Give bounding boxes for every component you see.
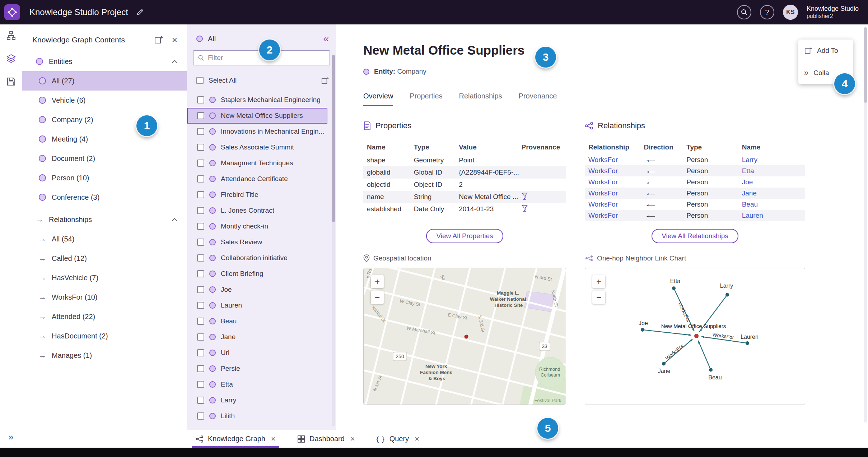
- item-checkbox[interactable]: [197, 397, 204, 404]
- tab-knowledge-graph[interactable]: Knowledge Graph ×: [196, 430, 276, 448]
- list-item[interactable]: Staplers Mechanical Engineering: [187, 92, 327, 108]
- scrollbar-thumb[interactable]: [864, 27, 867, 103]
- entity-filter-document[interactable]: Document (2): [22, 149, 187, 168]
- list-item[interactable]: Client Briefing: [187, 266, 327, 282]
- relationship-row[interactable]: WorksFor←PersonLauren: [585, 210, 805, 221]
- item-checkbox[interactable]: [197, 239, 204, 246]
- chart-zoom-in-button[interactable]: +: [592, 275, 605, 288]
- item-checkbox[interactable]: [197, 302, 204, 309]
- item-checkbox[interactable]: [197, 333, 204, 341]
- list-scrollbar[interactable]: [332, 55, 335, 426]
- save-button[interactable]: [5, 75, 17, 88]
- list-item[interactable]: Firebird Title: [187, 187, 327, 203]
- list-item[interactable]: Persie: [187, 361, 327, 377]
- list-item[interactable]: Sales Associate Summit: [187, 139, 327, 155]
- item-checkbox[interactable]: [197, 96, 204, 103]
- relationship-filter-manages[interactable]: →Manages (1): [22, 346, 187, 365]
- close-panel-button[interactable]: ×: [172, 35, 177, 45]
- relationship-row[interactable]: WorksFor←PersonEtta: [585, 165, 805, 176]
- property-row[interactable]: shapeGeometryPoint: [363, 154, 566, 166]
- item-checkbox[interactable]: [197, 144, 204, 151]
- knowledge-studio-logo-icon[interactable]: [4, 4, 20, 20]
- property-row[interactable]: objectidObject ID2: [363, 179, 566, 191]
- list-item[interactable]: L. Jones Contract: [187, 203, 327, 218]
- chart-zoom-out-button[interactable]: −: [592, 291, 605, 304]
- list-item[interactable]: Innovations in Mechanical Engin...: [187, 124, 327, 139]
- map-zoom-in-button[interactable]: +: [371, 275, 384, 288]
- item-checkbox[interactable]: [197, 381, 204, 388]
- item-checkbox[interactable]: [197, 175, 204, 183]
- list-item[interactable]: Lilith: [187, 408, 327, 424]
- list-item[interactable]: Montly check-in: [187, 218, 327, 234]
- list-item[interactable]: Collaboration initiative: [187, 250, 327, 266]
- provenance-record-icon[interactable]: [522, 193, 528, 200]
- list-item[interactable]: Lauren: [187, 297, 327, 313]
- tab-query[interactable]: { } Query ×: [377, 430, 419, 448]
- tab-provenance[interactable]: Provenance: [519, 92, 557, 106]
- geospatial-map[interactable]: + −: [363, 268, 566, 405]
- collapse-panel-button[interactable]: «: [323, 34, 329, 44]
- close-tab-icon[interactable]: ×: [350, 434, 355, 444]
- tab-overview[interactable]: Overview: [363, 92, 393, 106]
- list-item[interactable]: Attendance Certificate: [187, 171, 327, 187]
- tab-properties[interactable]: Properties: [410, 92, 442, 106]
- main-scrollbar[interactable]: [864, 27, 867, 423]
- list-item[interactable]: Managment Techniques: [187, 155, 327, 171]
- provenance-record-icon[interactable]: [522, 205, 528, 212]
- entity-filter-conference[interactable]: Conference (3): [22, 188, 187, 207]
- entity-filter-vehicle[interactable]: Vehicle (6): [22, 91, 187, 110]
- item-checkbox[interactable]: [197, 349, 204, 356]
- relationship-row[interactable]: WorksFor←PersonJoe: [585, 176, 805, 188]
- entity-filter-meeting[interactable]: Meeting (4): [22, 129, 187, 149]
- relationships-section-header[interactable]: → Relationships: [22, 210, 187, 229]
- basemap-canvas[interactable]: 250 33 k Rd W Clay St Sa: [364, 268, 566, 405]
- add-to-menu-item[interactable]: Add To: [798, 40, 853, 62]
- item-checkbox[interactable]: [197, 112, 204, 119]
- expand-rail-button[interactable]: »: [0, 431, 22, 443]
- close-tab-icon[interactable]: ×: [271, 434, 276, 444]
- view-all-properties-button[interactable]: View All Properties: [426, 229, 503, 243]
- search-button[interactable]: [737, 5, 751, 19]
- link-chart-canvas[interactable]: WorksFor WorksFor WorksFor: [585, 268, 805, 405]
- item-checkbox[interactable]: [197, 191, 204, 198]
- help-button[interactable]: ?: [760, 5, 774, 19]
- entity-filter-person[interactable]: Person (10): [22, 168, 187, 188]
- item-checkbox[interactable]: [197, 207, 204, 214]
- entity-filter-all[interactable]: All (27): [22, 71, 187, 91]
- map-zoom-out-button[interactable]: −: [371, 291, 384, 304]
- item-checkbox[interactable]: [197, 128, 204, 135]
- entity-filter-company[interactable]: Company (2): [22, 110, 187, 129]
- layers-contents-button[interactable]: [5, 52, 17, 65]
- relationship-filter-called[interactable]: →Called (12): [22, 249, 187, 268]
- list-item-selected[interactable]: New Metal Office Suppliers: [187, 108, 327, 124]
- close-tab-icon[interactable]: ×: [415, 434, 419, 444]
- property-row[interactable]: globalidGlobal ID{A228944F-0EF5-...: [363, 166, 566, 179]
- hierarchy-view-button[interactable]: [5, 29, 17, 42]
- item-checkbox[interactable]: [197, 318, 204, 325]
- add-to-new-button[interactable]: [154, 36, 163, 44]
- view-all-relationships-button[interactable]: View All Relationships: [652, 229, 738, 243]
- item-checkbox[interactable]: [197, 270, 204, 277]
- user-avatar[interactable]: KS: [783, 5, 798, 20]
- property-row[interactable]: nameStringNew Metal Office ...: [363, 191, 566, 203]
- list-item[interactable]: Beau: [187, 313, 327, 329]
- item-checkbox[interactable]: [197, 254, 204, 262]
- tab-dashboard[interactable]: Dashboard ×: [297, 430, 355, 448]
- relationship-filter-all[interactable]: →All (54): [22, 229, 187, 249]
- edit-title-button[interactable]: [136, 8, 144, 16]
- tab-relationships[interactable]: Relationships: [459, 92, 502, 106]
- relationship-row[interactable]: WorksFor←PersonLarry: [585, 154, 805, 165]
- item-checkbox[interactable]: [197, 286, 204, 293]
- select-all-checkbox[interactable]: [196, 77, 204, 84]
- entities-section-header[interactable]: Entities: [22, 52, 187, 71]
- list-item[interactable]: Larry: [187, 392, 327, 408]
- relationship-filter-worksfor[interactable]: →WorksFor (10): [22, 287, 187, 307]
- relationship-filter-attended[interactable]: →Attended (22): [22, 307, 187, 326]
- list-item[interactable]: Joe: [187, 282, 327, 297]
- one-hop-link-chart[interactable]: + −: [585, 268, 805, 405]
- item-checkbox[interactable]: [197, 160, 204, 167]
- relationship-row[interactable]: WorksFor←PersonBeau: [585, 199, 805, 210]
- scrollbar-thumb[interactable]: [332, 55, 335, 222]
- relationship-row[interactable]: WorksFor←PersonJane: [585, 188, 805, 199]
- relationship-filter-hasdocument[interactable]: →HasDocument (2): [22, 326, 187, 346]
